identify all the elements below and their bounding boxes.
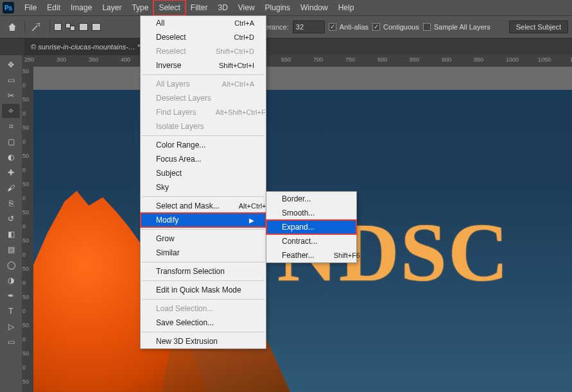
document-tab[interactable]: © sunrise-in-ciucas-mountains-… * ×	[24, 38, 156, 55]
select-menu-item-focus-area[interactable]: Focus Area...	[141, 152, 266, 166]
menu-separator	[142, 196, 264, 197]
menu-select[interactable]: Select	[153, 0, 185, 15]
select-menu-item-grow[interactable]: Grow	[141, 232, 266, 246]
vertical-ruler: 50050050050050050050050050050050050	[22, 67, 33, 392]
menu-item-label: Load Selection...	[156, 304, 213, 313]
menu-item-label: Transform Selection	[156, 267, 225, 276]
shortcut-label: Alt+Ctrl+A	[222, 80, 254, 88]
submenu-arrow-icon: ▶	[249, 217, 254, 224]
menu-separator	[142, 280, 264, 281]
menu-item-label: Deselect	[156, 33, 186, 42]
healing-brush-tool[interactable]: ✚	[2, 166, 20, 180]
menu-item-label: Inverse	[156, 61, 181, 70]
document-tab-label: © sunrise-in-ciucas-mountains-… *	[31, 43, 140, 51]
selection-mode-add-icon[interactable]	[65, 23, 75, 31]
select-menu-item-deselect-layers: Deselect Layers	[141, 91, 266, 105]
select-menu-item-all-layers: All LayersAlt+Ctrl+A	[141, 77, 266, 91]
select-menu-item-edit-in-quick-mask-mode[interactable]: Edit in Quick Mask Mode	[141, 283, 266, 297]
menu-filter[interactable]: Filter	[186, 0, 213, 15]
menu-edit[interactable]: Edit	[42, 0, 65, 15]
menu-window[interactable]: Window	[295, 0, 333, 15]
type-tool[interactable]: T	[2, 304, 20, 318]
brush-tool[interactable]: 🖌	[2, 181, 20, 195]
menu-plugins[interactable]: Plugins	[260, 0, 295, 15]
menu-item-label: Expand...	[282, 223, 315, 232]
shortcut-label: Ctrl+D	[234, 33, 254, 41]
modify-submenu: Border...Smooth...Expand...Contract...Fe…	[266, 191, 357, 263]
select-menu-item-select-and-mask[interactable]: Select and Mask...Alt+Ctrl+R	[141, 199, 266, 213]
selection-mode-intersect-icon[interactable]	[92, 23, 101, 31]
menu-item-label: Focus Area...	[156, 155, 202, 164]
select-menu-item-transform-selection[interactable]: Transform Selection	[141, 264, 266, 278]
shortcut-label: Alt+Shift+Ctrl+F	[216, 108, 266, 116]
history-brush-tool[interactable]: ↺	[2, 212, 20, 226]
menu-item-label: Sky	[156, 183, 169, 192]
select-menu-item-reselect: ReselectShift+Ctrl+D	[141, 44, 266, 58]
menu-file[interactable]: File	[19, 0, 42, 15]
menu-3d[interactable]: 3D	[212, 0, 232, 15]
modify-menu-item-smooth[interactable]: Smooth...	[266, 206, 356, 220]
select-menu-item-color-range[interactable]: Color Range...	[141, 138, 266, 152]
select-menu-item-save-selection[interactable]: Save Selection...	[141, 316, 266, 330]
divider	[24, 20, 25, 34]
select-menu-item-inverse[interactable]: InverseShift+Ctrl+I	[141, 58, 266, 72]
menu-separator	[142, 332, 264, 332]
checkbox-icon	[329, 23, 336, 31]
select-menu-item-similar[interactable]: Similar	[141, 246, 266, 260]
menu-layer[interactable]: Layer	[97, 0, 126, 15]
modify-menu-item-contract[interactable]: Contract...	[266, 234, 356, 248]
magic-wand-tool[interactable]: ✧	[2, 104, 20, 118]
selection-mode-new-icon[interactable]	[54, 23, 62, 31]
shortcut-label: Shift+F6	[334, 251, 360, 259]
menu-view[interactable]: View	[233, 0, 260, 15]
menu-separator	[142, 262, 264, 262]
wand-tool-icon[interactable]	[29, 19, 46, 35]
menu-bar: Ps FileEditImageLayerTypeSelectFilter3DV…	[0, 0, 572, 15]
modify-menu-item-expand[interactable]: Expand...	[266, 220, 356, 234]
marquee-tool[interactable]: ▭	[2, 73, 20, 87]
sample-all-layers-checkbox[interactable]: Sample All Layers	[423, 23, 490, 31]
path-selection-tool[interactable]: ▷	[2, 320, 20, 334]
select-menu-item-load-selection: Load Selection...	[141, 302, 266, 316]
menu-separator	[142, 299, 264, 300]
tolerance-input[interactable]	[293, 21, 325, 33]
select-menu-item-subject[interactable]: Subject	[141, 166, 266, 180]
document-tab-bar: © sunrise-in-ciucas-mountains-… * ×	[0, 38, 572, 55]
menu-image[interactable]: Image	[65, 0, 97, 15]
pen-tool[interactable]: ✒	[2, 289, 20, 303]
eyedropper-tool[interactable]: ◐	[2, 150, 20, 164]
clone-stamp-tool[interactable]: ⎘	[2, 196, 20, 210]
frame-tool[interactable]: ▢	[2, 135, 20, 149]
menu-item-label: Similar	[156, 248, 180, 257]
contiguous-checkbox[interactable]: Contiguous	[372, 23, 419, 31]
home-icon[interactable]	[4, 19, 21, 35]
eraser-tool[interactable]: ◧	[2, 227, 20, 241]
menu-item-label: Feather...	[282, 251, 315, 260]
selection-mode-subtract-icon[interactable]	[79, 23, 88, 31]
blur-tool[interactable]: ◯	[2, 258, 20, 272]
menu-help[interactable]: Help	[333, 0, 360, 15]
select-menu-item-modify[interactable]: Modify▶	[141, 213, 266, 227]
lasso-tool[interactable]: ✂	[2, 89, 20, 103]
antialias-checkbox[interactable]: Anti-alias	[329, 23, 368, 31]
modify-menu-item-border[interactable]: Border...	[266, 192, 356, 206]
toolbox: ✥▭✂✧⌗▢◐✚🖌⎘↺◧▤◯◑✒T▷▭	[0, 55, 22, 392]
menu-item-label: Find Layers	[156, 108, 196, 117]
canvas-pad	[33, 67, 572, 90]
select-menu-item-all[interactable]: AllCtrl+A	[141, 16, 266, 30]
select-menu-item-new-3d-extrusion[interactable]: New 3D Extrusion	[141, 334, 266, 348]
rectangle-tool[interactable]: ▭	[2, 335, 20, 349]
menu-type[interactable]: Type	[126, 0, 153, 15]
modify-menu-item-feather[interactable]: Feather...Shift+F6	[266, 248, 356, 262]
select-menu-item-deselect[interactable]: DeselectCtrl+D	[141, 30, 266, 44]
move-tool[interactable]: ✥	[2, 58, 20, 72]
gradient-tool[interactable]: ▤	[2, 243, 20, 257]
crop-tool[interactable]: ⌗	[2, 119, 20, 133]
select-menu-item-sky[interactable]: Sky	[141, 180, 266, 194]
select-subject-button[interactable]: Select Subject	[509, 21, 568, 33]
horizontal-ruler: 2503003504004505005506006507007508008509…	[22, 55, 572, 67]
shortcut-label: Ctrl+A	[234, 19, 254, 27]
dodge-tool[interactable]: ◑	[2, 273, 20, 287]
contiguous-label: Contiguous	[383, 23, 419, 31]
menu-separator	[142, 74, 264, 75]
